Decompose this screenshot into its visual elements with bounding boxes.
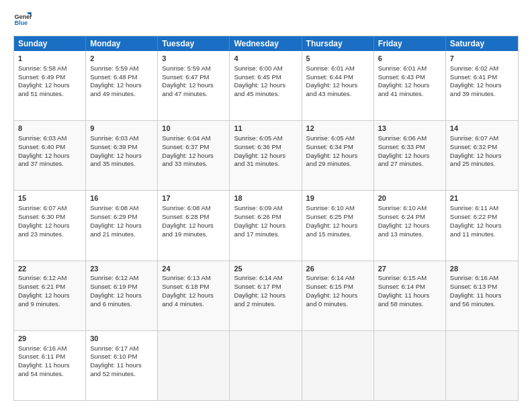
calendar-cell: 25Sunrise: 6:14 AMSunset: 6:17 PMDayligh… (230, 261, 302, 330)
daylight-line2: and 31 minutes. (234, 160, 279, 167)
daylight-line1: Daylight: 12 hours (450, 81, 502, 89)
sunset: Sunset: 6:19 PM (90, 283, 137, 290)
svg-text:Blue: Blue (14, 19, 28, 26)
calendar-cell: 13Sunrise: 6:06 AMSunset: 6:33 PMDayligh… (374, 121, 446, 190)
calendar-header: SundayMondayTuesdayWednesdayThursdayFrid… (14, 36, 518, 51)
sunrise: Sunrise: 6:11 AM (450, 204, 498, 212)
calendar-cell: 3Sunrise: 5:59 AMSunset: 6:47 PMDaylight… (158, 51, 230, 120)
day-number: 28 (450, 264, 514, 274)
calendar-cell: 19Sunrise: 6:10 AMSunset: 6:25 PMDayligh… (302, 191, 374, 260)
calendar-cell: 1Sunrise: 5:58 AMSunset: 6:49 PMDaylight… (14, 51, 86, 120)
sunrise: Sunrise: 6:16 AM (18, 345, 66, 352)
daylight-line1: Daylight: 12 hours (306, 152, 358, 159)
sunrise: Sunrise: 6:01 AM (378, 64, 427, 72)
daylight-line1: Daylight: 12 hours (90, 222, 142, 229)
sunrise: Sunrise: 6:08 AM (90, 204, 138, 212)
daylight-line2: and 41 minutes. (378, 90, 424, 97)
daylight-line1: Daylight: 12 hours (450, 222, 502, 229)
calendar-cell: 8Sunrise: 6:03 AMSunset: 6:40 PMDaylight… (14, 121, 86, 190)
calendar-cell (158, 331, 230, 400)
daylight-line2: and 47 minutes. (162, 90, 208, 97)
sunset: Sunset: 6:10 PM (90, 353, 137, 360)
daylight-line2: and 58 minutes. (378, 300, 424, 308)
sunset: Sunset: 6:45 PM (234, 73, 281, 81)
sunset: Sunset: 6:28 PM (162, 213, 209, 220)
sunset: Sunset: 6:43 PM (378, 73, 425, 81)
day-number: 10 (162, 124, 225, 134)
sunrise: Sunrise: 6:04 AM (162, 134, 210, 142)
day-number: 6 (378, 54, 441, 64)
calendar-cell: 11Sunrise: 6:05 AMSunset: 6:36 PMDayligh… (230, 121, 302, 190)
daylight-line1: Daylight: 11 hours (90, 361, 142, 369)
day-number: 7 (450, 54, 514, 64)
calendar-cell: 14Sunrise: 6:07 AMSunset: 6:32 PMDayligh… (446, 121, 518, 190)
day-number: 4 (234, 54, 297, 64)
header-day-monday: Monday (86, 36, 158, 51)
daylight-line2: and 17 minutes. (234, 230, 279, 238)
daylight-line2: and 4 minutes. (162, 300, 204, 308)
daylight-line2: and 51 minutes. (18, 90, 64, 97)
daylight-line2: and 25 minutes. (450, 160, 496, 167)
sunset: Sunset: 6:29 PM (90, 213, 137, 220)
sunset: Sunset: 6:15 PM (306, 283, 353, 290)
day-number: 21 (450, 193, 514, 203)
daylight-line1: Daylight: 12 hours (234, 81, 285, 89)
daylight-line2: and 0 minutes. (306, 300, 348, 308)
day-number: 12 (306, 124, 369, 134)
sunrise: Sunrise: 6:01 AM (306, 64, 355, 72)
sunset: Sunset: 6:18 PM (162, 283, 209, 290)
calendar-cell: 12Sunrise: 6:05 AMSunset: 6:34 PMDayligh… (302, 121, 374, 190)
day-number: 1 (18, 54, 81, 64)
sunrise: Sunrise: 6:14 AM (306, 274, 355, 281)
day-number: 30 (90, 334, 153, 344)
calendar-cell (302, 331, 374, 400)
day-number: 15 (18, 193, 81, 203)
sunrise: Sunrise: 6:12 AM (18, 274, 66, 281)
sunrise: Sunrise: 6:12 AM (90, 274, 138, 281)
calendar-cell: 20Sunrise: 6:10 AMSunset: 6:24 PMDayligh… (374, 191, 446, 260)
sunset: Sunset: 6:22 PM (450, 213, 497, 220)
sunrise: Sunrise: 6:06 AM (378, 134, 427, 142)
daylight-line2: and 11 minutes. (450, 230, 496, 238)
sunrise: Sunrise: 6:07 AM (450, 134, 498, 142)
header-day-saturday: Saturday (446, 36, 518, 51)
day-number: 19 (306, 193, 369, 203)
daylight-line1: Daylight: 12 hours (306, 81, 358, 89)
daylight-line2: and 19 minutes. (162, 230, 208, 238)
sunset: Sunset: 6:25 PM (306, 213, 353, 220)
daylight-line2: and 29 minutes. (306, 160, 352, 167)
daylight-line1: Daylight: 12 hours (90, 152, 142, 159)
calendar-cell: 16Sunrise: 6:08 AMSunset: 6:29 PMDayligh… (86, 191, 158, 260)
day-number: 29 (18, 334, 81, 344)
sunrise: Sunrise: 5:58 AM (18, 64, 66, 72)
sunset: Sunset: 6:49 PM (18, 73, 65, 81)
sunset: Sunset: 6:32 PM (450, 143, 497, 150)
day-number: 2 (90, 54, 153, 64)
sunset: Sunset: 6:30 PM (18, 213, 65, 220)
sunrise: Sunrise: 6:14 AM (234, 274, 282, 281)
sunrise: Sunrise: 6:05 AM (234, 134, 282, 142)
sunrise: Sunrise: 6:03 AM (18, 134, 66, 142)
sunset: Sunset: 6:48 PM (90, 73, 137, 81)
day-number: 11 (234, 124, 297, 134)
daylight-line1: Daylight: 12 hours (162, 291, 214, 299)
header-day-sunday: Sunday (14, 36, 86, 51)
day-number: 9 (90, 124, 153, 134)
sunrise: Sunrise: 6:17 AM (90, 345, 138, 352)
day-number: 8 (18, 124, 81, 134)
daylight-line2: and 23 minutes. (18, 230, 64, 238)
daylight-line2: and 21 minutes. (90, 230, 136, 238)
sunset: Sunset: 6:13 PM (450, 283, 497, 290)
header-day-wednesday: Wednesday (230, 36, 302, 51)
calendar-row-4: 29Sunrise: 6:16 AMSunset: 6:11 PMDayligh… (14, 330, 518, 400)
sunset: Sunset: 6:44 PM (306, 73, 353, 81)
sunset: Sunset: 6:26 PM (234, 213, 281, 220)
calendar-cell: 4Sunrise: 6:00 AMSunset: 6:45 PMDaylight… (230, 51, 302, 120)
calendar-row-1: 8Sunrise: 6:03 AMSunset: 6:40 PMDaylight… (14, 120, 518, 190)
daylight-line1: Daylight: 12 hours (306, 222, 358, 229)
daylight-line1: Daylight: 12 hours (18, 152, 70, 159)
calendar-cell: 10Sunrise: 6:04 AMSunset: 6:37 PMDayligh… (158, 121, 230, 190)
day-number: 23 (90, 264, 153, 274)
sunrise: Sunrise: 6:08 AM (162, 204, 210, 212)
daylight-line2: and 35 minutes. (90, 160, 136, 167)
